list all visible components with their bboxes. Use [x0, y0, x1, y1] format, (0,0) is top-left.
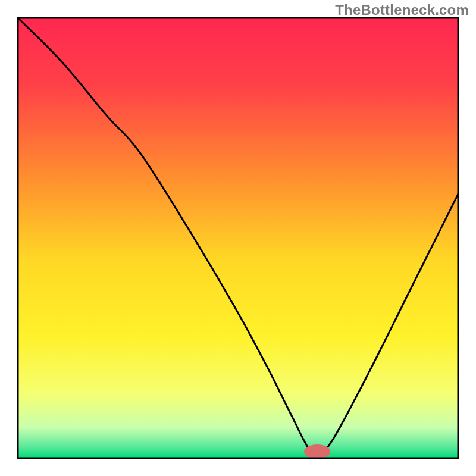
chart-container: TheBottleneck.com: [0, 0, 476, 476]
bottleneck-marker: [304, 444, 330, 459]
watermark-text: TheBottleneck.com: [335, 2, 469, 18]
bottleneck-chart: [0, 0, 476, 476]
gradient-background: [18, 18, 458, 458]
